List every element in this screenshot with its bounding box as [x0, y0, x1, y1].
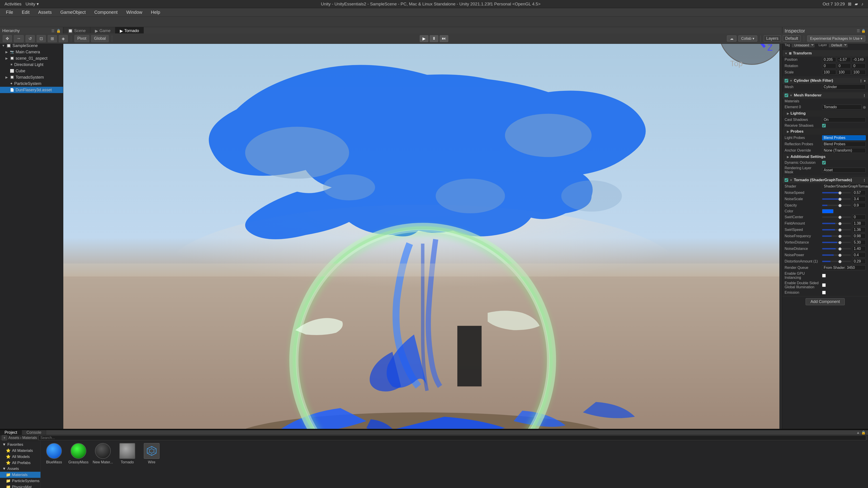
swirl-speed-value[interactable]: 1.36	[852, 227, 866, 232]
element0-value[interactable]: Tornado	[822, 105, 862, 109]
mesh-filter-add[interactable]: +	[864, 79, 866, 83]
opacity-value[interactable]: 0.9	[852, 203, 866, 208]
breadcrumb-materials[interactable]: Materials	[22, 436, 37, 440]
all-prefabs-item[interactable]: ⭐ All Prefabs	[0, 460, 40, 466]
asset-bluemass[interactable]: BlueMass	[44, 443, 64, 464]
mesh-value[interactable]: Cylinder	[822, 85, 866, 90]
refl-probes-value[interactable]: Blend Probes	[822, 142, 866, 147]
anchor-value[interactable]: None (Transform)	[822, 148, 866, 153]
swirl-center-value[interactable]: 0	[852, 215, 866, 220]
project-add-btn[interactable]: +	[2, 435, 7, 441]
pause-button[interactable]: ⏸	[430, 35, 438, 42]
noise-dist-slider[interactable]	[822, 248, 851, 250]
rot-y[interactable]: 0	[837, 64, 851, 68]
pos-y[interactable]: -1.57	[837, 57, 851, 62]
hier-item-tornadosystem[interactable]: ▶ 🔲 TornadoSystem	[0, 74, 63, 80]
favorites-item[interactable]: ▼ Favorites	[0, 442, 40, 448]
additional-header[interactable]: ▶ Additional Settings	[782, 154, 868, 160]
transform-header[interactable]: ▼ ⊞ Transform	[782, 50, 868, 57]
scale-tool[interactable]: ⊡	[37, 35, 46, 42]
opacity-slider[interactable]	[822, 205, 851, 206]
scale-z[interactable]: 100	[852, 70, 866, 75]
hierarchy-options[interactable]: ☰	[51, 29, 55, 33]
global-toggle[interactable]: Global	[91, 35, 109, 42]
materials-tree-item[interactable]: 📁 Materials	[0, 472, 40, 478]
double-sided-gi-check[interactable]	[822, 283, 826, 287]
mesh-filter-toggle[interactable]	[784, 79, 788, 83]
bottom-resize-handle[interactable]	[0, 429, 868, 430]
cloud-btn[interactable]: ☁	[727, 35, 737, 41]
lighting-header[interactable]: ▶ Lighting	[782, 110, 868, 117]
viewport-vscrollbar[interactable]	[779, 42, 782, 488]
distortion-value[interactable]: 0.29	[852, 259, 866, 264]
mesh-renderer-header[interactable]: ▼ Mesh Renderer ⋮	[782, 92, 868, 98]
asset-tornado[interactable]: Tornado	[117, 443, 137, 464]
rendering-layer-value[interactable]: Asset	[822, 168, 866, 173]
mesh-filter-header[interactable]: ▼ Cylinder (Mesh Filter) ⋮ +	[782, 77, 868, 84]
emission-check[interactable]	[822, 291, 826, 294]
inspector-lock[interactable]: 🔒	[861, 29, 866, 33]
color-swatch[interactable]	[822, 209, 833, 213]
rot-x[interactable]: 0	[822, 64, 836, 68]
noise-power-slider[interactable]	[822, 254, 851, 256]
add-component-button[interactable]: Add Component	[806, 298, 844, 305]
menu-window[interactable]: Window	[123, 9, 146, 16]
dynamic-occlusion-check[interactable]	[822, 161, 826, 164]
hier-item-scene01[interactable]: ▶ 🔲 scene_01_aspect	[0, 55, 63, 61]
noise-scale-slider[interactable]	[822, 198, 851, 200]
gpu-instancing-check[interactable]	[822, 274, 826, 278]
asset-newmaterial[interactable]: New Mater...	[93, 443, 113, 464]
element0-picker[interactable]: ◎	[863, 105, 866, 109]
experimental-btn[interactable]: Experimental Packages In Use ▾	[807, 35, 865, 41]
inspector-options[interactable]: ☰	[857, 29, 860, 33]
tab-console[interactable]: Console	[22, 430, 46, 435]
rotate-tool[interactable]: ↺	[26, 35, 35, 42]
pivot-toggle[interactable]: Pivot	[74, 35, 89, 42]
move-tool[interactable]: ↔	[14, 35, 24, 42]
hier-item-dunflasery[interactable]: 📄 DunFlasery3d.asset	[0, 87, 63, 93]
vortex-dist-value[interactable]: 5.30	[852, 240, 866, 245]
menu-help[interactable]: Help	[147, 9, 164, 16]
scale-y[interactable]: 100	[837, 70, 851, 75]
menu-assets[interactable]: Assets	[35, 9, 55, 16]
hier-item-dirlight[interactable]: ☀ Directional Light	[0, 61, 63, 68]
breadcrumb-assets[interactable]: Assets	[8, 436, 19, 440]
physics-mat-item[interactable]: 📁 PhysicsMat	[0, 484, 40, 488]
shader-name-value[interactable]: Shader/ShaderGraphTornado	[822, 184, 868, 189]
shader-toggle[interactable]	[784, 178, 788, 182]
rot-z[interactable]: 0	[852, 64, 866, 68]
proj-expand-icon[interactable]: ▲	[856, 431, 860, 435]
assets-root-item[interactable]: ▼ Assets	[0, 466, 40, 472]
pos-x[interactable]: 0.205	[822, 57, 836, 62]
vortex-dist-slider[interactable]	[822, 242, 851, 243]
menu-gameobject[interactable]: GameObject	[57, 9, 89, 16]
cast-shadows-value[interactable]: On	[822, 117, 866, 122]
activities-label[interactable]: Activities	[4, 2, 22, 6]
noise-freq-slider[interactable]	[822, 235, 851, 237]
receive-shadows-check[interactable]	[822, 124, 826, 127]
field-amount-slider[interactable]	[822, 223, 851, 224]
rect-tool[interactable]: ⊞	[48, 35, 57, 42]
mesh-renderer-toggle[interactable]	[784, 94, 788, 97]
noise-scale-value[interactable]: 3.4	[852, 197, 866, 201]
proj-lock-icon[interactable]: 🔒	[861, 430, 866, 435]
hier-item-cube[interactable]: ⬜ Cube	[0, 68, 63, 74]
light-probes-value[interactable]: Blend Probes	[822, 135, 866, 140]
menu-component[interactable]: Component	[91, 9, 121, 16]
distortion-slider[interactable]	[822, 261, 851, 262]
all-models-item[interactable]: ⭐ All Models	[0, 454, 40, 460]
transform-tool[interactable]: ◈	[59, 35, 68, 42]
pos-z[interactable]: -0.149	[852, 57, 866, 62]
hierarchy-lock[interactable]: 🔒	[56, 29, 61, 33]
noise-freq-value[interactable]: 0.98	[852, 234, 866, 238]
tornado-shader-header[interactable]: ▼ Tornado (ShaderGraphTornado) ⋮	[782, 177, 868, 183]
menu-edit[interactable]: Edit	[18, 9, 33, 16]
play-button[interactable]: ▶	[420, 35, 428, 42]
step-button[interactable]: ⏭	[440, 35, 448, 42]
layers-button[interactable]: Layers	[764, 35, 781, 41]
hand-tool[interactable]: ✥	[3, 35, 12, 42]
swirl-speed-slider[interactable]	[822, 229, 851, 230]
probes-header[interactable]: ▶ Probes	[782, 128, 868, 135]
asset-wire[interactable]: Wire	[142, 443, 162, 464]
layout-button[interactable]: Default	[783, 35, 801, 41]
